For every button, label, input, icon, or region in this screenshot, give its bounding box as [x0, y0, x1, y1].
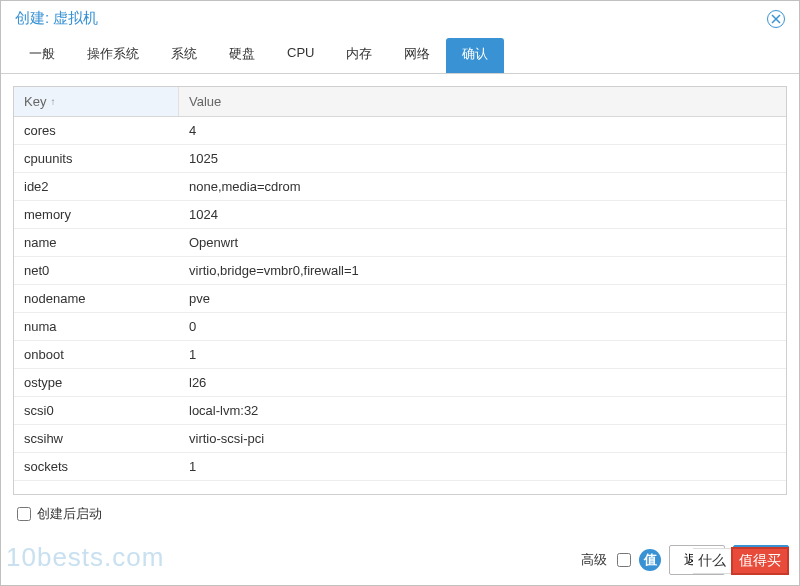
- sort-asc-icon: ↑: [50, 96, 55, 107]
- cell-value: 1024: [179, 201, 786, 228]
- cell-value: virtio,bridge=vmbr0,firewall=1: [179, 257, 786, 284]
- table-row[interactable]: memory1024: [14, 201, 786, 229]
- table-row[interactable]: sockets1: [14, 453, 786, 481]
- table-row[interactable]: cpuunits1025: [14, 145, 786, 173]
- start-after-create-label: 创建后启动: [37, 505, 102, 523]
- cell-key: name: [14, 229, 179, 256]
- tab-network[interactable]: 网络: [388, 38, 446, 73]
- cell-key: sockets: [14, 453, 179, 480]
- wizard-tabs: 一般 操作系统 系统 硬盘 CPU 内存 网络 确认: [1, 34, 799, 74]
- table-row[interactable]: scsi0local-lvm:32: [14, 397, 786, 425]
- table-row[interactable]: ide2none,media=cdrom: [14, 173, 786, 201]
- start-after-create-checkbox[interactable]: [17, 507, 31, 521]
- cell-key: ide2: [14, 173, 179, 200]
- table-row[interactable]: nameOpenwrt: [14, 229, 786, 257]
- cell-value: virtio-scsi-pci: [179, 425, 786, 452]
- summary-grid: Key ↑ Value cores4cpuunits1025ide2none,m…: [13, 86, 787, 495]
- header-value[interactable]: Value: [179, 87, 786, 116]
- table-row[interactable]: cores4: [14, 117, 786, 145]
- cell-key: cores: [14, 117, 179, 144]
- table-row[interactable]: nodenamepve: [14, 285, 786, 313]
- create-vm-dialog: 创建: 虚拟机 一般 操作系统 系统 硬盘 CPU 内存 网络 确认 Key ↑…: [0, 0, 800, 586]
- cell-key: ostype: [14, 369, 179, 396]
- cell-value: 1: [179, 341, 786, 368]
- tab-general[interactable]: 一般: [13, 38, 71, 73]
- cell-value: none,media=cdrom: [179, 173, 786, 200]
- cell-value: 0: [179, 313, 786, 340]
- header-key[interactable]: Key ↑: [14, 87, 179, 116]
- tab-disk[interactable]: 硬盘: [213, 38, 271, 73]
- overlay-badge: 什么 值得买: [693, 547, 789, 575]
- table-row[interactable]: numa0: [14, 313, 786, 341]
- cell-value: l26: [179, 369, 786, 396]
- overlay-red-text: 值得买: [731, 547, 789, 575]
- header-key-label: Key: [24, 94, 46, 109]
- advanced-checkbox[interactable]: [617, 553, 631, 567]
- advanced-label: 高级: [581, 551, 607, 569]
- cell-key: cpuunits: [14, 145, 179, 172]
- grid-body[interactable]: cores4cpuunits1025ide2none,media=cdromme…: [14, 117, 786, 494]
- cell-key: nodename: [14, 285, 179, 312]
- tab-confirm[interactable]: 确认: [446, 38, 504, 73]
- table-row[interactable]: onboot1: [14, 341, 786, 369]
- watermark-text: 10bests.com: [6, 542, 164, 573]
- cell-value: 4: [179, 117, 786, 144]
- close-icon[interactable]: [767, 10, 785, 28]
- cell-value: Openwrt: [179, 229, 786, 256]
- badge-icon: 值: [639, 549, 661, 571]
- bottom-bar: 10bests.com 高级 值 返回 完成 什么 值得买: [1, 537, 799, 585]
- start-after-create-row: 创建后启动: [13, 495, 787, 529]
- tab-cpu[interactable]: CPU: [271, 38, 330, 73]
- cell-key: net0: [14, 257, 179, 284]
- cell-key: onboot: [14, 341, 179, 368]
- cell-key: scsi0: [14, 397, 179, 424]
- tab-os[interactable]: 操作系统: [71, 38, 155, 73]
- grid-header: Key ↑ Value: [14, 87, 786, 117]
- cell-key: numa: [14, 313, 179, 340]
- overlay-mid-text: 什么: [693, 548, 731, 574]
- cell-value: 1: [179, 453, 786, 480]
- cell-key: scsihw: [14, 425, 179, 452]
- table-row[interactable]: net0virtio,bridge=vmbr0,firewall=1: [14, 257, 786, 285]
- tab-system[interactable]: 系统: [155, 38, 213, 73]
- cell-value: 1025: [179, 145, 786, 172]
- cell-value: local-lvm:32: [179, 397, 786, 424]
- table-row[interactable]: ostypel26: [14, 369, 786, 397]
- title-bar: 创建: 虚拟机: [1, 1, 799, 34]
- content-area: Key ↑ Value cores4cpuunits1025ide2none,m…: [1, 74, 799, 537]
- tab-memory[interactable]: 内存: [330, 38, 388, 73]
- dialog-title: 创建: 虚拟机: [15, 9, 98, 28]
- cell-value: pve: [179, 285, 786, 312]
- table-row[interactable]: scsihwvirtio-scsi-pci: [14, 425, 786, 453]
- cell-key: memory: [14, 201, 179, 228]
